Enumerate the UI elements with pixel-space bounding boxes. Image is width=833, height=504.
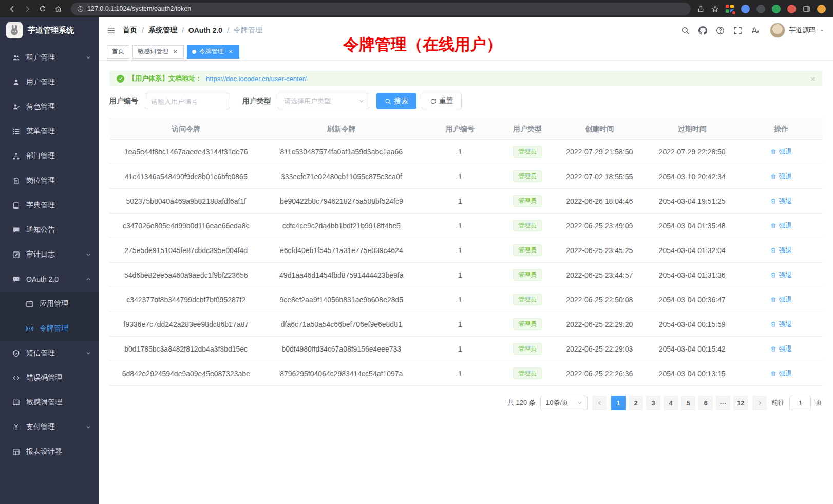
- breadcrumb-item[interactable]: 首页: [123, 26, 137, 35]
- sidebar-item-oauth2-token[interactable]: 令牌管理: [0, 316, 99, 341]
- user-type-cell: 管理员: [500, 164, 555, 189]
- goto-page-input[interactable]: [789, 396, 811, 410]
- force-logout-button[interactable]: 强退: [770, 295, 792, 304]
- prev-page-button[interactable]: [592, 396, 607, 410]
- extension-green-icon[interactable]: [772, 5, 781, 13]
- page-button-2[interactable]: 2: [629, 396, 643, 410]
- force-logout-button[interactable]: 强退: [770, 197, 792, 206]
- next-page-button[interactable]: [752, 396, 767, 410]
- sidebar-item-sms[interactable]: 短信管理: [0, 341, 99, 365]
- user-id-input[interactable]: [145, 93, 230, 109]
- sidebar-item-sensitive-word[interactable]: 敏感词管理: [0, 390, 99, 415]
- force-logout-button[interactable]: 强退: [770, 221, 792, 230]
- column-header: 用户类型: [500, 119, 555, 140]
- sidebar-item-oauth2[interactable]: OAuth 2.0: [0, 267, 99, 292]
- force-logout-button[interactable]: 强退: [770, 246, 792, 255]
- extensions-icon[interactable]: [726, 5, 734, 13]
- sidebar-item-oauth2-app[interactable]: 应用管理: [0, 292, 99, 316]
- breadcrumb-item[interactable]: 系统管理: [148, 26, 177, 35]
- refresh-icon: [430, 98, 437, 105]
- sidebar-item-report-designer[interactable]: 报表设计器: [0, 439, 99, 464]
- trash-icon: [770, 321, 777, 327]
- force-logout-label: 强退: [779, 369, 792, 378]
- goto-label: 前往: [771, 398, 785, 408]
- extension-red-icon[interactable]: [787, 5, 796, 13]
- bookmark-star-icon[interactable]: [711, 5, 719, 13]
- pay-icon: [12, 423, 20, 431]
- force-logout-button[interactable]: 强退: [770, 320, 792, 329]
- page-button-12[interactable]: 12: [733, 396, 748, 410]
- access-token-cell: c347026e805e4d99b0d116eae66eda8c: [109, 214, 262, 238]
- sidebar-item-menu[interactable]: 菜单管理: [0, 119, 99, 144]
- sidebar-item-tenant[interactable]: 租户管理: [0, 45, 99, 70]
- close-icon[interactable]: ×: [172, 48, 179, 55]
- reload-icon[interactable]: [36, 2, 49, 15]
- force-logout-button[interactable]: 强退: [770, 172, 792, 181]
- sidebar-item-dept[interactable]: 部门管理: [0, 144, 99, 168]
- site-info-icon[interactable]: [77, 6, 84, 12]
- share-icon[interactable]: [697, 5, 705, 13]
- force-logout-button[interactable]: 强退: [770, 344, 792, 354]
- sidebar-item-dict[interactable]: 字典管理: [0, 193, 99, 218]
- user-id-cell: 1: [420, 361, 500, 386]
- sidebar-item-role[interactable]: 角色管理: [0, 94, 99, 119]
- sidebar-item-post[interactable]: 岗位管理: [0, 168, 99, 193]
- help-icon[interactable]: [716, 26, 725, 35]
- force-logout-button[interactable]: 强退: [770, 270, 792, 280]
- caret-down-icon: [819, 28, 825, 33]
- tab-sensitive-word[interactable]: 敏感词管理×: [132, 45, 184, 59]
- sidebar-item-notice[interactable]: 通知公告: [0, 218, 99, 242]
- page-button-5[interactable]: 5: [681, 396, 695, 410]
- close-icon[interactable]: ×: [810, 74, 815, 83]
- split-view-icon[interactable]: [803, 5, 810, 13]
- created-time-cell: 2022-06-25 22:50:08: [555, 287, 644, 312]
- font-size-icon[interactable]: [751, 26, 760, 35]
- force-logout-button[interactable]: 强退: [770, 147, 792, 157]
- page-button-1[interactable]: 1: [611, 396, 626, 410]
- extension-dark-icon[interactable]: [756, 5, 765, 13]
- reset-button[interactable]: 重置: [422, 93, 462, 109]
- search-icon[interactable]: [681, 26, 690, 35]
- user-avatar: [770, 23, 785, 38]
- force-logout-button[interactable]: 强退: [770, 369, 792, 378]
- sensitive-icon: [12, 399, 20, 406]
- sidebar-item-pay[interactable]: 支付管理: [0, 415, 99, 439]
- search-icon: [385, 98, 391, 105]
- sidebar-item-audit-log[interactable]: 审计日志: [0, 242, 99, 267]
- breadcrumb-item[interactable]: OAuth 2.0: [188, 26, 222, 34]
- force-logout-label: 强退: [779, 147, 792, 157]
- home-icon[interactable]: [51, 2, 65, 15]
- app: 芋道管理系统 租户管理用户管理角色管理菜单管理部门管理岗位管理字典管理通知公告审…: [0, 17, 833, 504]
- page-button-3[interactable]: 3: [646, 396, 660, 410]
- fullscreen-icon[interactable]: [733, 26, 742, 35]
- profile-icon[interactable]: [817, 5, 826, 13]
- sidebar-item-label: 字典管理: [26, 201, 91, 210]
- forward-icon[interactable]: [21, 2, 34, 15]
- github-icon[interactable]: [698, 26, 707, 35]
- page-button-4[interactable]: 4: [664, 396, 678, 410]
- extension-blue-icon[interactable]: [741, 5, 750, 13]
- log-icon: [12, 251, 20, 259]
- access-token-cell: 502375b8040a469a9b82188afdf6af1f: [109, 189, 262, 214]
- page-list: 123456···12: [611, 396, 748, 410]
- action-cell: 强退: [740, 312, 822, 337]
- logo-avatar: [6, 22, 23, 38]
- tab-home[interactable]: 首页: [107, 45, 129, 59]
- page-button-6[interactable]: 6: [698, 396, 713, 410]
- user-type-select[interactable]: 请选择用户类型: [278, 93, 369, 109]
- access-token-cell: 41c41346a548490f9dc8b01c6bfe0865: [109, 164, 262, 189]
- close-icon[interactable]: ×: [227, 48, 234, 55]
- user-name: 芋道源码: [789, 26, 816, 35]
- back-icon[interactable]: [5, 2, 18, 15]
- action-cell: 强退: [740, 214, 822, 238]
- sidebar-item-error-code[interactable]: 错误码管理: [0, 365, 99, 390]
- tab-token[interactable]: 令牌管理×: [187, 45, 239, 59]
- sidebar-item-user[interactable]: 用户管理: [0, 70, 99, 94]
- alert-doc-link[interactable]: https://doc.iocoder.cn/user-center/: [206, 75, 307, 83]
- address-bar[interactable]: 127.0.0.1:1024/system/oauth2/token: [71, 3, 691, 15]
- more-pages-button[interactable]: ···: [716, 396, 730, 410]
- page-size-select[interactable]: 10条/页: [540, 396, 588, 410]
- collapse-sidebar-icon[interactable]: [107, 26, 116, 35]
- user-menu[interactable]: 芋道源码: [770, 23, 825, 38]
- search-button[interactable]: 搜索: [376, 93, 416, 109]
